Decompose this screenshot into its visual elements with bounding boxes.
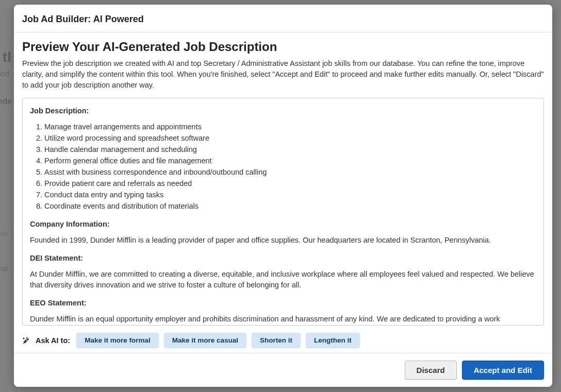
list-item: Handle calendar management and schedulin… bbox=[44, 144, 536, 155]
make-formal-button[interactable]: Make it more formal bbox=[76, 333, 159, 348]
discard-button[interactable]: Discard bbox=[405, 361, 457, 380]
list-item: Coordinate events and distribution of ma… bbox=[44, 201, 536, 212]
list-item: Assist with business correspondence and … bbox=[44, 167, 536, 178]
list-item: Conduct data entry and typing tasks bbox=[44, 190, 536, 200]
preview-intro-text: Preview the job description we created w… bbox=[22, 58, 544, 91]
dei-statement-label: DEI Statement: bbox=[30, 253, 536, 264]
modal-footer: Discard Accept and Edit bbox=[14, 353, 552, 387]
modal-header: Job Ad Builder: AI Powered bbox=[14, 5, 552, 32]
shorten-button[interactable]: Shorten it bbox=[252, 333, 301, 348]
list-item: Perform general office duties and file m… bbox=[44, 156, 536, 166]
job-description-label: Job Description: bbox=[30, 106, 536, 116]
list-item: Manage travel arrangements and appointme… bbox=[44, 122, 536, 132]
dei-statement-text: At Dunder Mifflin, we are committed to c… bbox=[30, 269, 536, 291]
job-description-list: Manage travel arrangements and appointme… bbox=[30, 122, 536, 212]
eeo-statement-label: EEO Statement: bbox=[30, 298, 536, 309]
preview-heading: Preview Your AI-Generated Job Descriptio… bbox=[22, 40, 544, 54]
company-info-label: Company Information: bbox=[30, 219, 536, 230]
modal-title: Job Ad Builder: AI Powered bbox=[22, 14, 544, 25]
ask-ai-controls: Ask AI to: Make it more formal Make it m… bbox=[22, 326, 544, 348]
magic-wand-icon bbox=[22, 336, 30, 345]
lengthen-button[interactable]: Lengthen it bbox=[306, 333, 360, 348]
eeo-statement-text: Dunder Mifflin is an equal opportunity e… bbox=[30, 314, 536, 325]
job-description-preview-box[interactable]: Job Description: Manage travel arrangeme… bbox=[22, 98, 544, 326]
ask-ai-label: Ask AI to: bbox=[36, 336, 70, 345]
accept-and-edit-button[interactable]: Accept and Edit bbox=[462, 361, 544, 380]
list-item: Utilize word processing and spreadsheet … bbox=[44, 133, 536, 144]
company-info-text: Founded in 1999, Dunder Mifflin is a lea… bbox=[30, 235, 536, 246]
make-casual-button[interactable]: Make it more casual bbox=[164, 333, 246, 348]
list-item: Provide patient care and referrals as ne… bbox=[44, 178, 536, 189]
job-ad-builder-modal: Job Ad Builder: AI Powered Preview Your … bbox=[14, 5, 552, 387]
modal-body: Preview Your AI-Generated Job Descriptio… bbox=[14, 32, 552, 353]
